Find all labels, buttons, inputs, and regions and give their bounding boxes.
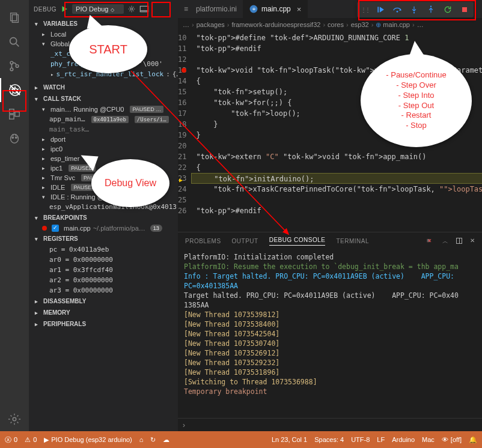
stack-frame-row[interactable]: main_task… — [29, 124, 178, 135]
debug-console[interactable]: PlatformIO: Initialization completedPlat… — [178, 250, 482, 418]
memory-section-header[interactable]: ▸MEMORY — [29, 307, 178, 318]
activity-search-icon[interactable] — [0, 30, 29, 54]
svg-rect-0 — [11, 13, 17, 21]
status-eol[interactable]: LF — [377, 436, 385, 443]
activity-extensions-icon[interactable] — [0, 102, 29, 126]
peripherals-section-header[interactable]: ▸PERIPHERALS — [29, 318, 178, 330]
breakpoint-row[interactable]: ✓main.cpp ~/.platformio/pa…13 — [29, 223, 178, 233]
svg-rect-10 — [15, 112, 19, 116]
panel-maximize-icon[interactable] — [456, 237, 463, 246]
svg-point-14 — [13, 417, 16, 421]
activity-scm-icon[interactable] — [0, 54, 29, 78]
status-home-icon[interactable]: ⌂ — [139, 436, 144, 443]
register-row[interactable]: pc = 0x4011a9eb — [29, 244, 178, 255]
status-language[interactable]: Arduino — [392, 436, 415, 443]
register-row[interactable]: ar2 = 0x00000000 — [29, 275, 178, 285]
continue-button[interactable] — [375, 4, 386, 15]
panel-clear-icon[interactable]: ≡✕ — [427, 237, 435, 246]
debug-toolbar-grip-icon[interactable]: ⋮⋮ — [361, 7, 369, 13]
svg-rect-23 — [462, 7, 467, 12]
panel-tab-problems[interactable]: PROBLEMS — [185, 238, 221, 244]
stop-button[interactable] — [459, 4, 470, 15]
svg-point-3 — [10, 61, 13, 64]
breadcrumb-item[interactable]: … — [183, 21, 189, 28]
step-out-button[interactable] — [426, 4, 436, 15]
status-live[interactable]: 👁 [off] — [442, 436, 462, 443]
status-errors[interactable]: ⓧ 0 — [5, 435, 17, 444]
svg-point-11 — [11, 135, 19, 144]
disassembly-section-header[interactable]: ▸DISASSEMBLY — [29, 295, 178, 307]
status-encoding[interactable]: UTF-8 — [351, 436, 370, 443]
status-launch-config[interactable]: ▶ PIO Debug (esp32 arduino) — [44, 436, 132, 444]
breadcrumb[interactable]: …›packages›framework-arduinoespressif32›… — [178, 18, 482, 31]
status-cursor[interactable]: Ln 23, Col 1 — [272, 436, 307, 443]
svg-point-20 — [397, 11, 398, 13]
svg-rect-8 — [10, 109, 14, 114]
status-spaces[interactable]: Spaces: 4 — [314, 436, 344, 443]
breadcrumb-item[interactable]: esp32 — [351, 21, 369, 28]
status-bar: ⓧ 0 ⚠ 0 ▶ PIO Debug (esp32 arduino) ⌂ ↻ … — [0, 431, 482, 448]
status-port[interactable]: Mac — [422, 436, 435, 443]
thread-row[interactable]: ▸esp_timer — [29, 154, 178, 163]
restart-button[interactable] — [442, 4, 453, 15]
status-cloud-icon[interactable]: ☁ — [163, 436, 169, 444]
status-sync-icon[interactable]: ↻ — [150, 436, 156, 444]
panel-tab-debug-console[interactable]: DEBUG CONSOLE — [269, 237, 326, 246]
start-debug-button[interactable] — [60, 5, 69, 13]
close-icon[interactable]: × — [297, 5, 302, 14]
callstack-section-header[interactable]: ▾CALL STACK — [29, 93, 178, 104]
step-over-button[interactable] — [392, 4, 403, 15]
step-into-button[interactable] — [409, 4, 419, 15]
register-row[interactable]: ar1 = 0x3ffcdf40 — [29, 265, 178, 275]
breadcrumb-item[interactable]: packages — [197, 21, 225, 28]
breadcrumb-item[interactable]: framework-arduinoespressif32 — [231, 21, 320, 28]
svg-rect-19 — [377, 7, 379, 12]
debug-settings-icon[interactable] — [127, 5, 136, 13]
thread-row[interactable]: ▸dport — [29, 135, 178, 144]
cpp-file-icon: ⊕ — [249, 5, 258, 13]
stack-frame-row[interactable]: app_main…0x4011a9eb/Users/i… — [29, 114, 178, 124]
register-row[interactable]: ar0 = 0x00000000 — [29, 255, 178, 265]
breadcrumb-item[interactable]: … — [417, 21, 424, 28]
svg-rect-16 — [140, 6, 148, 11]
panel-collapse-icon[interactable]: ︿ — [442, 237, 448, 246]
status-warnings[interactable]: ⚠ 0 — [25, 436, 37, 444]
callout-toolbar: - Pause/Continue- Step Over- Step Into- … — [361, 54, 472, 147]
svg-point-2 — [10, 38, 17, 44]
register-row[interactable]: ar3 = 0x00000000 — [29, 285, 178, 295]
svg-point-15 — [130, 8, 133, 10]
ini-file-icon: ≡ — [184, 5, 192, 13]
debug-label: DEBUG — [34, 6, 56, 13]
activity-files-icon[interactable] — [0, 6, 29, 30]
editor-tab[interactable]: ≡platformio.ini — [178, 0, 243, 18]
activity-settings-icon[interactable] — [0, 407, 29, 431]
thread-row[interactable]: ▾main… Running @CPU0PAUSED … — [29, 104, 178, 114]
breadcrumb-item[interactable]: cores — [328, 21, 344, 28]
status-bell-icon[interactable]: 🔔 — [469, 436, 477, 444]
svg-rect-9 — [10, 115, 14, 119]
activity-platformio-icon[interactable] — [0, 126, 29, 150]
breakpoints-section-header[interactable]: ▾BREAKPOINTS — [29, 212, 178, 223]
debug-console-toggle-icon[interactable] — [139, 5, 149, 13]
editor-tab[interactable]: ⊕main.cpp× — [243, 0, 308, 18]
stack-frame-row[interactable]: esp_vApplicationWaitiHook@0x4013 — [29, 202, 178, 212]
svg-point-21 — [413, 12, 415, 13]
registers-section-header[interactable]: ▾REGISTERS — [29, 233, 178, 244]
thread-row[interactable]: ▸ipc0 — [29, 144, 178, 154]
debug-toolbar[interactable]: ⋮⋮ — [357, 2, 474, 17]
debug-console-input[interactable]: › — [178, 418, 482, 431]
callout-start: START — [69, 25, 147, 73]
callout-debug-view: Debug View — [91, 159, 169, 207]
panel-close-icon[interactable]: ✕ — [470, 237, 475, 246]
panel-tab-output[interactable]: OUTPUT — [232, 238, 258, 244]
svg-text:⊕: ⊕ — [252, 7, 255, 11]
svg-rect-1 — [12, 15, 18, 23]
svg-point-13 — [16, 137, 17, 138]
svg-point-5 — [16, 65, 19, 68]
activity-debug-icon[interactable] — [0, 78, 29, 102]
breadcrumb-item[interactable]: ⊕ main.cpp — [376, 21, 410, 29]
watch-section-header[interactable]: ▸WATCH — [29, 82, 178, 93]
debug-config-select[interactable]: PIO Debug ◇ — [72, 4, 123, 14]
activity-bar — [0, 0, 29, 431]
panel-tab-terminal[interactable]: TERMINAL — [336, 238, 369, 244]
